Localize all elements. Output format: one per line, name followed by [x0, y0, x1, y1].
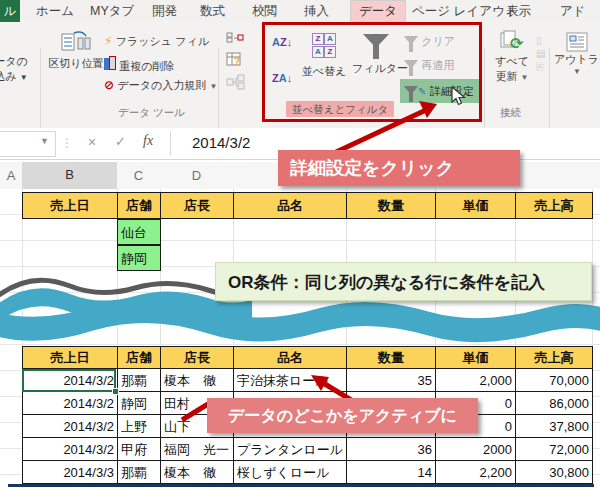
cell[interactable]: 宇治抹茶ロール [234, 369, 347, 392]
consolidate-button[interactable] [226, 32, 244, 46]
active-cell-outline[interactable] [22, 369, 116, 392]
cell[interactable]: 2014/3/2 [23, 438, 118, 461]
excel-window: ル ホーム MYタブ 開発 数式 校閲 挿入 データ ページ レイアウト 表示 … [0, 0, 600, 488]
name-box[interactable]: ▼ [0, 131, 56, 157]
cell[interactable]: 70,000 [516, 369, 593, 392]
tab-file[interactable]: ル [0, 0, 20, 22]
relationships-button[interactable] [226, 74, 246, 90]
cell[interactable]: 37,800 [516, 415, 593, 438]
consolidate-icon [226, 32, 244, 46]
tab-mytab[interactable]: MYタブ [90, 0, 134, 22]
cell[interactable]: 桜しずくロール [234, 461, 347, 484]
cell[interactable]: 35 [347, 369, 436, 392]
flash-fill-button[interactable]: ⚡ フラッシュ フィル [104, 34, 209, 49]
data-tools-group-label: データ ツール [118, 106, 185, 120]
criteria-header-cell[interactable]: 売上高 [516, 193, 593, 219]
callout-or-condition: OR条件：同じ列の異なる行に条件を記入 [215, 262, 592, 301]
name-box-dropdown-icon[interactable]: ▼ [40, 136, 49, 146]
tab-formulas[interactable]: 数式 [200, 0, 225, 22]
cell[interactable]: 30,800 [516, 461, 593, 484]
criteria-header-cell[interactable]: 数量 [347, 193, 436, 219]
tab-insert[interactable]: 挿入 [304, 0, 329, 22]
col-header-a[interactable]: A [0, 162, 23, 190]
cell[interactable]: 那覇 [118, 461, 161, 484]
cell[interactable]: 2014/3/2 [23, 392, 118, 415]
cell[interactable]: 福岡 光一 [161, 438, 234, 461]
data-validation-icon: ⊘ [104, 78, 114, 92]
tab-home[interactable]: ホーム [36, 0, 74, 22]
get-external-data-partial[interactable]: ータの 込み ▼ [0, 54, 36, 84]
relationships-icon [226, 74, 246, 90]
svg-text:?: ? [234, 56, 240, 67]
tab-developer[interactable]: 開発 [152, 0, 177, 22]
flash-fill-icon: ⚡ [104, 34, 112, 48]
window-bottom-edge [8, 484, 594, 487]
mouse-cursor [450, 86, 468, 106]
cell[interactable]: 榎本 徹 [161, 461, 234, 484]
criteria-header-cell[interactable]: 店長 [161, 193, 234, 219]
formula-bar-value[interactable]: 2014/3/2 [192, 134, 250, 151]
cell[interactable]: 2014/3/2 [23, 415, 118, 438]
col-header-b[interactable]: B [22, 162, 118, 191]
cell[interactable]: 甲府 [118, 438, 161, 461]
svg-text:⟳: ⟳ [510, 35, 524, 52]
outline-button[interactable]: アウトライン ▼ [554, 32, 600, 76]
callout-advanced-click: 詳細設定をクリック [278, 150, 520, 186]
connections-group-label: 接続 [500, 106, 521, 120]
enter-icon[interactable]: ✓ [115, 134, 126, 149]
cell[interactable]: 静岡 [118, 392, 161, 415]
tab-page-layout[interactable]: ページ レイアウト [412, 0, 518, 22]
red-highlight-rectangle [262, 22, 482, 122]
fx-icon[interactable]: fx [143, 133, 153, 149]
formula-bar-divider: ⋮ [61, 136, 73, 150]
col-header-c[interactable]: C [117, 162, 161, 190]
outline-icon [566, 32, 588, 52]
cell[interactable]: 2,200 [436, 461, 516, 484]
remove-duplicates-icon [104, 59, 116, 73]
criteria-header-cell[interactable]: 店舗 [118, 193, 161, 219]
cell[interactable]: 72,000 [516, 438, 593, 461]
callout-activate-data: データのどこかをアクティブに [207, 398, 478, 433]
cell[interactable]: 2,000 [436, 369, 516, 392]
col-header-d[interactable]: D [160, 162, 234, 190]
cell[interactable]: 36 [347, 438, 436, 461]
cell[interactable]: 2000 [436, 438, 516, 461]
cell[interactable]: 86,000 [516, 392, 593, 415]
criteria-header-cell[interactable]: 品名 [234, 193, 347, 219]
cell[interactable]: 榎本 徹 [161, 369, 234, 392]
criteria-header-cell[interactable]: 単価 [436, 193, 516, 219]
refresh-all-button[interactable]: ⟳ すべて 更新 ▼ [490, 30, 534, 84]
tab-view[interactable]: 表示 [506, 0, 531, 22]
cell[interactable]: 2014/3/3 [23, 461, 118, 484]
cell[interactable]: 上野 [118, 415, 161, 438]
cell[interactable]: 14 [347, 461, 436, 484]
cell[interactable]: 那覇 [118, 369, 161, 392]
data-validation-button[interactable]: ⊘ データの入力規則 ▼ [104, 78, 217, 93]
tab-addins[interactable]: アド [560, 0, 586, 22]
refresh-all-icon: ⟳ [499, 30, 525, 54]
connection-tools-icons[interactable]: ▯▤⎘ [536, 34, 545, 73]
criteria-header-row: 売上日 店舗 店長 品名 数量 単価 売上高 [22, 192, 593, 219]
tab-review[interactable]: 校閲 [252, 0, 277, 22]
text-to-columns-button[interactable]: 区切り位置 [48, 30, 104, 71]
what-if-analysis-icon: ? [226, 52, 250, 68]
fill-handle[interactable] [112, 388, 119, 395]
cancel-icon[interactable]: × [88, 134, 96, 150]
what-if-analysis-button[interactable]: ? [226, 52, 250, 68]
criteria-header-cell[interactable]: 売上日 [23, 193, 118, 219]
criteria-cell-sendai[interactable]: 仙台 [117, 219, 161, 245]
ribbon-tab-bar: ル ホーム MYタブ 開発 数式 校閲 挿入 データ ページ レイアウト 表示 … [0, 0, 600, 22]
cell[interactable]: プランタンロール [234, 438, 347, 461]
text-to-columns-icon [61, 30, 91, 56]
remove-duplicates-button[interactable]: 重複の削除 [104, 56, 175, 74]
tab-data-active[interactable]: データ [350, 0, 406, 23]
